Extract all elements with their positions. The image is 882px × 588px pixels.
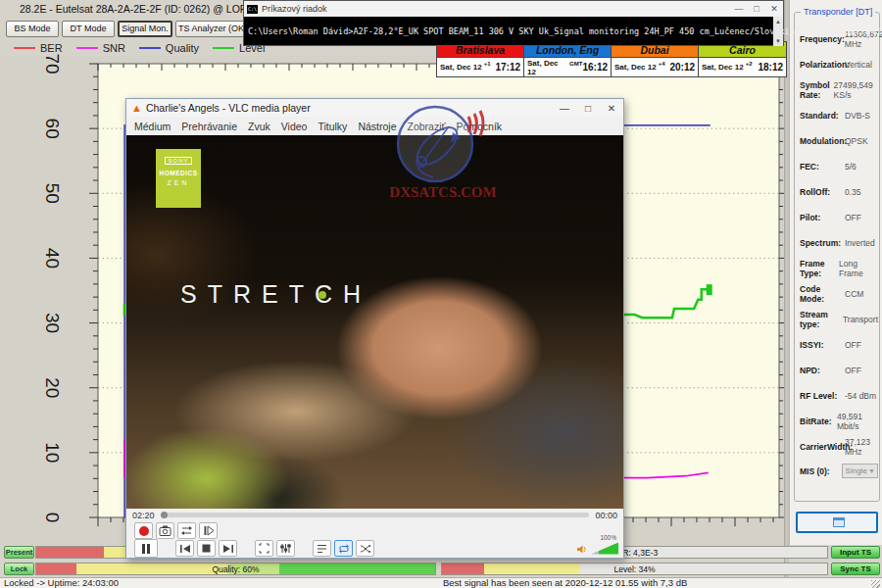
present-indicator[interactable]: Present [4, 546, 34, 559]
console-maximize-button[interactable]: □ [748, 4, 765, 14]
video-caption: STRETCH [180, 280, 371, 309]
transponder-field-4: Modulation:QPSK [800, 128, 878, 154]
field-label: Polarization: [800, 60, 845, 70]
ab-loop-button[interactable] [177, 522, 196, 539]
logo-sony: SONY [165, 157, 191, 165]
transponder-field-1: Polarization:Vertical [800, 52, 878, 77]
field-value: 27499,549 KS/s [834, 80, 878, 100]
watermark-text: DXSATCS.COM [384, 184, 502, 201]
bs-mode-button[interactable]: BS Mode [6, 21, 59, 37]
menu-medium[interactable]: Médium [134, 121, 171, 132]
next-button[interactable] [219, 540, 237, 557]
console-command-line: C:\Users\Roman Dávid>A2F-28,2°E_UK SPOT … [248, 26, 771, 36]
field-value: 0.35 [845, 187, 861, 197]
clock-offset: +2 [746, 61, 759, 67]
snr-line-swatch [76, 47, 98, 49]
menu-playback[interactable]: Prehrávanie [181, 121, 237, 132]
console-scrollbar[interactable]: ▲ ▼ [773, 17, 783, 46]
logo-homedics: HOMEDICS [156, 170, 201, 176]
clock-date: Sat, Dec 12 [702, 63, 744, 72]
ber-line-swatch [14, 47, 35, 49]
transponder-field-10: Code Mode:CCM [800, 281, 878, 307]
sync-ts-button[interactable]: Sync TS [831, 563, 880, 575]
field-value: DVB-S [845, 111, 870, 121]
scroll-up-icon[interactable]: ▲ [773, 17, 783, 26]
vlc-titlebar[interactable]: ▲ Charlie's Angels - VLC media player — … [126, 99, 623, 117]
seek-handle[interactable] [161, 512, 168, 518]
resize-grip[interactable] [871, 580, 880, 588]
console-minimize-button[interactable]: — [730, 4, 748, 14]
svg-text:40: 40 [42, 248, 63, 269]
seek-slider[interactable] [161, 513, 590, 517]
field-label: Code Mode: [800, 284, 845, 304]
world-clocks: Bratislava Sat, Dec 12+117:12 London, En… [436, 41, 787, 77]
clock-date: Sat, Dec 12 [527, 59, 567, 76]
level-bar-text: Level: 34% [442, 564, 827, 575]
loop-button[interactable] [334, 540, 353, 557]
ts-tool-button[interactable] [796, 512, 878, 533]
field-value: QPSK [845, 136, 868, 146]
shuffle-button[interactable] [356, 540, 374, 557]
clock-time: 17:12 [495, 62, 520, 73]
status-uptime: Locked -> Uptime: 24:03:00 [4, 577, 119, 588]
field-label: Standard: [800, 111, 845, 121]
transponder-field-8: Spectrum:Inverted [800, 230, 878, 256]
speaker-icon [576, 544, 588, 555]
quality-bar-text: Quality: 60% [36, 564, 435, 575]
clock-offset: GMT [569, 61, 582, 67]
field-value: CCM [845, 289, 863, 299]
svg-text:70: 70 [42, 53, 63, 74]
svg-text:10: 10 [42, 442, 63, 463]
transponder-groupbox: Transponder [DT] Frequency:11306,672 MHz… [794, 12, 880, 502]
volume-percent: 100% [600, 534, 616, 541]
menu-subtitles[interactable]: Titulky [318, 121, 347, 132]
transponder-field-6: RollOff:0.35 [800, 179, 878, 205]
elapsed-time: 02:20 [132, 511, 155, 520]
vlc-cone-icon: ▲ [131, 103, 142, 114]
fullscreen-button[interactable] [255, 540, 273, 557]
legend-snr-label: SNR [103, 42, 125, 54]
lock-indicator[interactable]: Lock [4, 563, 34, 575]
volume-slider[interactable] [591, 543, 618, 555]
menu-audio[interactable]: Zvuk [248, 121, 270, 132]
field-label: RF Level: [800, 391, 845, 401]
transponder-field-2: Symbol Rate:27499,549 KS/s [800, 77, 878, 103]
dt-mode-button[interactable]: DT Mode [62, 21, 115, 37]
command-prompt-window: C:\ Príkazový riadok — □ ✕ C:\Users\Roma… [243, 0, 784, 46]
signal-mon-button[interactable]: Signal Mon. [118, 21, 172, 37]
clock-bratislava: Bratislava Sat, Dec 12+117:12 [437, 42, 524, 76]
vlc-maximize-button[interactable]: □ [576, 103, 600, 114]
transponder-field-9: Frame Type:Long Frame [800, 256, 878, 281]
input-ts-button[interactable]: Input TS [831, 546, 880, 559]
menu-video[interactable]: Video [281, 121, 308, 132]
clock-time: 18:12 [758, 62, 783, 73]
video-brand-logo: SONY HOMEDICS ZEN [156, 149, 201, 208]
previous-button[interactable] [175, 540, 194, 557]
frame-by-frame-button[interactable] [199, 522, 218, 539]
mis-label: MIS (0): [800, 466, 842, 476]
field-value: 49,591 Mbit/s [837, 412, 878, 431]
record-button[interactable] [134, 522, 153, 539]
stop-button[interactable] [197, 540, 216, 557]
caption-dot [318, 291, 326, 299]
snapshot-button[interactable] [156, 522, 174, 539]
statusbar: Locked -> Uptime: 24:03:00 Best signal h… [0, 577, 882, 588]
vlc-close-button[interactable]: ✕ [600, 103, 623, 114]
scroll-down-icon[interactable]: ▼ [773, 36, 783, 46]
extended-settings-button[interactable] [276, 540, 295, 557]
vlc-video-area[interactable]: SONY HOMEDICS ZEN STRETCH [126, 135, 623, 509]
ts-analyzer-button[interactable]: TS Analyzer (OK) [175, 21, 250, 37]
vlc-advanced-controls [134, 522, 218, 539]
pause-button[interactable] [134, 539, 158, 558]
console-titlebar[interactable]: C:\ Príkazový riadok — □ ✕ [244, 1, 783, 17]
vlc-minimize-button[interactable]: — [553, 103, 576, 114]
volume-control[interactable]: 100% [576, 543, 618, 555]
playlist-button[interactable] [313, 540, 331, 557]
mis-select[interactable]: Single▼ [842, 464, 878, 478]
field-label: Modulation: [800, 136, 845, 146]
field-label: NPD: [800, 366, 845, 375]
field-value: Transport [843, 315, 878, 324]
status-best-signal: Best signal has been seen at 2020-12-12 … [443, 577, 687, 588]
console-close-button[interactable]: ✕ [765, 4, 783, 14]
clock-date: Sat, Dec 12 [614, 63, 657, 72]
